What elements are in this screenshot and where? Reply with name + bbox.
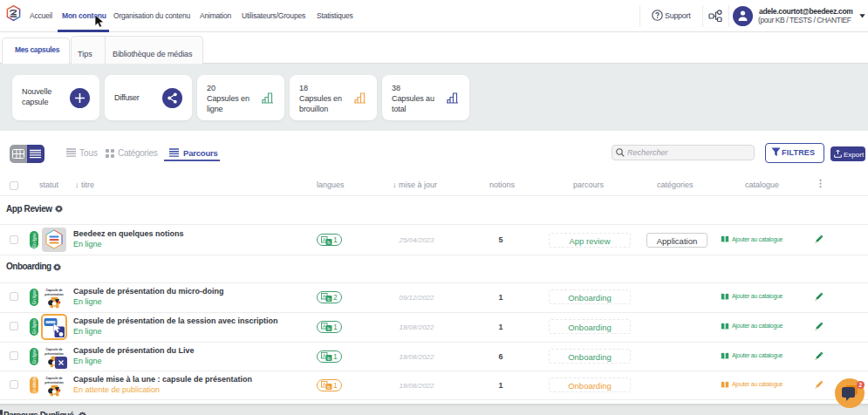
svg-text:A: A <box>323 323 326 329</box>
svg-text:A: A <box>323 382 326 387</box>
svg-text:présentation: présentation <box>44 380 64 384</box>
svg-text:présentation: présentation <box>44 292 64 296</box>
svg-text:Capsule de: Capsule de <box>45 377 62 380</box>
svg-text:A: A <box>323 353 326 358</box>
svg-text:Capsule de: Capsule de <box>45 289 62 292</box>
svg-text:A: A <box>323 236 326 242</box>
svg-text:A: A <box>323 294 326 299</box>
svg-text:présentation: présentation <box>44 351 64 355</box>
svg-text:Capsule de: Capsule de <box>45 348 62 351</box>
